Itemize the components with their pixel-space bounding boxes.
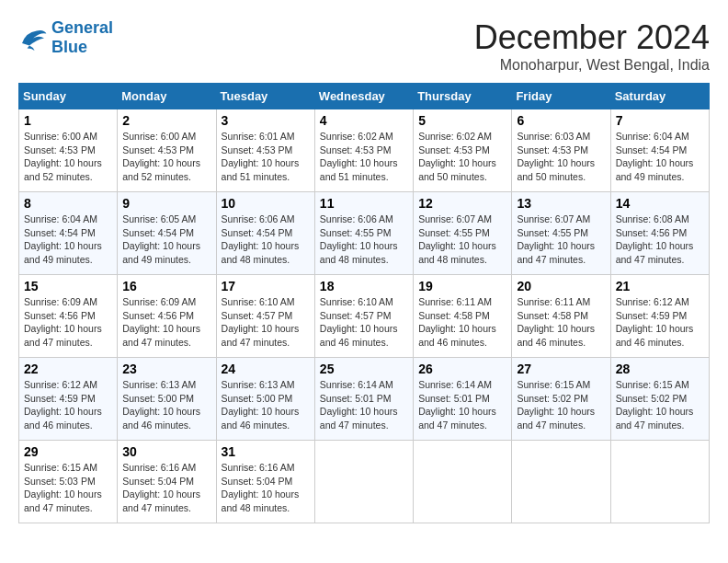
cell-sun-info: Sunrise: 6:13 AMSunset: 5:00 PMDaylight:… <box>222 378 310 432</box>
cell-sun-info: Sunrise: 6:14 AMSunset: 5:01 PMDaylight:… <box>320 378 408 432</box>
day-number: 9 <box>122 196 210 211</box>
col-friday: Friday <box>512 84 610 109</box>
day-number: 11 <box>320 196 408 211</box>
col-saturday: Saturday <box>610 84 709 109</box>
calendar-cell: 2Sunrise: 6:00 AMSunset: 4:53 PMDaylight… <box>118 109 216 192</box>
cell-sun-info: Sunrise: 6:15 AMSunset: 5:02 PMDaylight:… <box>616 378 704 432</box>
cell-sun-info: Sunrise: 6:02 AMSunset: 4:53 PMDaylight:… <box>418 130 506 184</box>
day-number: 21 <box>616 279 704 293</box>
cell-sun-info: Sunrise: 6:06 AMSunset: 4:54 PMDaylight:… <box>222 213 310 267</box>
cell-sun-info: Sunrise: 6:10 AMSunset: 4:57 PMDaylight:… <box>320 295 408 350</box>
calendar-week-row: 8Sunrise: 6:04 AMSunset: 4:54 PMDaylight… <box>19 192 710 275</box>
calendar-cell <box>414 441 512 523</box>
col-tuesday: Tuesday <box>216 84 314 109</box>
cell-sun-info: Sunrise: 6:04 AMSunset: 4:54 PMDaylight:… <box>24 213 112 267</box>
cell-sun-info: Sunrise: 6:11 AMSunset: 4:58 PMDaylight:… <box>517 295 605 350</box>
calendar-cell: 1Sunrise: 6:00 AMSunset: 4:53 PMDaylight… <box>19 109 118 192</box>
day-number: 13 <box>517 196 605 211</box>
calendar-week-row: 22Sunrise: 6:12 AMSunset: 4:59 PMDayligh… <box>19 358 710 441</box>
cell-sun-info: Sunrise: 6:02 AMSunset: 4:53 PMDaylight:… <box>320 130 408 184</box>
calendar-week-row: 1Sunrise: 6:00 AMSunset: 4:53 PMDaylight… <box>19 109 710 192</box>
day-number: 20 <box>517 279 605 293</box>
calendar-cell: 24Sunrise: 6:13 AMSunset: 5:00 PMDayligh… <box>216 358 314 441</box>
day-number: 5 <box>418 113 506 128</box>
cell-sun-info: Sunrise: 6:09 AMSunset: 4:56 PMDaylight:… <box>122 295 210 350</box>
day-number: 7 <box>616 113 704 128</box>
page-header: General Blue December 2024 Monoharpur, W… <box>18 18 710 74</box>
cell-sun-info: Sunrise: 6:07 AMSunset: 4:55 PMDaylight:… <box>517 213 605 267</box>
cell-sun-info: Sunrise: 6:06 AMSunset: 4:55 PMDaylight:… <box>320 213 408 267</box>
day-number: 3 <box>222 113 310 128</box>
day-number: 24 <box>222 362 310 376</box>
calendar-cell: 14Sunrise: 6:08 AMSunset: 4:56 PMDayligh… <box>610 192 709 275</box>
cell-sun-info: Sunrise: 6:07 AMSunset: 4:55 PMDaylight:… <box>418 213 506 267</box>
location: Monoharpur, West Bengal, India <box>474 57 710 74</box>
col-thursday: Thursday <box>414 84 512 109</box>
calendar-cell: 11Sunrise: 6:06 AMSunset: 4:55 PMDayligh… <box>314 192 413 275</box>
calendar-cell <box>512 441 610 523</box>
calendar-cell: 18Sunrise: 6:10 AMSunset: 4:57 PMDayligh… <box>314 275 413 358</box>
day-number: 28 <box>616 362 704 376</box>
calendar-cell: 23Sunrise: 6:13 AMSunset: 5:00 PMDayligh… <box>118 358 216 441</box>
calendar-cell: 20Sunrise: 6:11 AMSunset: 4:58 PMDayligh… <box>512 275 610 358</box>
calendar-cell: 22Sunrise: 6:12 AMSunset: 4:59 PMDayligh… <box>19 358 118 441</box>
calendar-cell: 31Sunrise: 6:16 AMSunset: 5:04 PMDayligh… <box>216 441 314 523</box>
title-block: December 2024 Monoharpur, West Bengal, I… <box>474 18 710 74</box>
day-number: 16 <box>122 279 210 293</box>
day-number: 19 <box>418 279 506 293</box>
cell-sun-info: Sunrise: 6:14 AMSunset: 5:01 PMDaylight:… <box>418 378 506 432</box>
cell-sun-info: Sunrise: 6:16 AMSunset: 5:04 PMDaylight:… <box>222 461 310 515</box>
day-number: 15 <box>24 279 112 293</box>
col-sunday: Sunday <box>19 84 118 109</box>
calendar-cell: 5Sunrise: 6:02 AMSunset: 4:53 PMDaylight… <box>414 109 512 192</box>
calendar-cell: 27Sunrise: 6:15 AMSunset: 5:02 PMDayligh… <box>512 358 610 441</box>
calendar-header-row: Sunday Monday Tuesday Wednesday Thursday… <box>19 84 710 109</box>
calendar-table: Sunday Monday Tuesday Wednesday Thursday… <box>18 83 710 523</box>
day-number: 23 <box>122 362 210 376</box>
calendar-cell: 28Sunrise: 6:15 AMSunset: 5:02 PMDayligh… <box>610 358 709 441</box>
calendar-cell: 9Sunrise: 6:05 AMSunset: 4:54 PMDaylight… <box>118 192 216 275</box>
calendar-cell: 4Sunrise: 6:02 AMSunset: 4:53 PMDaylight… <box>314 109 413 192</box>
day-number: 17 <box>222 279 310 293</box>
calendar-cell <box>610 441 709 523</box>
calendar-cell: 19Sunrise: 6:11 AMSunset: 4:58 PMDayligh… <box>414 275 512 358</box>
calendar-cell: 3Sunrise: 6:01 AMSunset: 4:53 PMDaylight… <box>216 109 314 192</box>
month-title: December 2024 <box>474 18 710 57</box>
cell-sun-info: Sunrise: 6:00 AMSunset: 4:53 PMDaylight:… <box>122 130 210 184</box>
day-number: 30 <box>122 444 210 459</box>
cell-sun-info: Sunrise: 6:12 AMSunset: 4:59 PMDaylight:… <box>616 295 704 350</box>
cell-sun-info: Sunrise: 6:01 AMSunset: 4:53 PMDaylight:… <box>222 130 310 184</box>
calendar-cell: 8Sunrise: 6:04 AMSunset: 4:54 PMDaylight… <box>19 192 118 275</box>
cell-sun-info: Sunrise: 6:05 AMSunset: 4:54 PMDaylight:… <box>122 213 210 267</box>
logo-icon <box>18 25 48 51</box>
calendar-cell: 6Sunrise: 6:03 AMSunset: 4:53 PMDaylight… <box>512 109 610 192</box>
calendar-cell: 12Sunrise: 6:07 AMSunset: 4:55 PMDayligh… <box>414 192 512 275</box>
logo-text: General Blue <box>51 18 113 57</box>
day-number: 10 <box>222 196 310 211</box>
calendar-cell: 13Sunrise: 6:07 AMSunset: 4:55 PMDayligh… <box>512 192 610 275</box>
cell-sun-info: Sunrise: 6:13 AMSunset: 5:00 PMDaylight:… <box>122 378 210 432</box>
logo: General Blue <box>18 18 113 57</box>
calendar-cell: 17Sunrise: 6:10 AMSunset: 4:57 PMDayligh… <box>216 275 314 358</box>
col-monday: Monday <box>118 84 216 109</box>
calendar-cell: 10Sunrise: 6:06 AMSunset: 4:54 PMDayligh… <box>216 192 314 275</box>
day-number: 2 <box>122 113 210 128</box>
cell-sun-info: Sunrise: 6:03 AMSunset: 4:53 PMDaylight:… <box>517 130 605 184</box>
cell-sun-info: Sunrise: 6:00 AMSunset: 4:53 PMDaylight:… <box>24 130 112 184</box>
calendar-cell: 26Sunrise: 6:14 AMSunset: 5:01 PMDayligh… <box>414 358 512 441</box>
day-number: 22 <box>24 362 112 376</box>
day-number: 14 <box>616 196 704 211</box>
cell-sun-info: Sunrise: 6:15 AMSunset: 5:03 PMDaylight:… <box>24 461 112 515</box>
day-number: 18 <box>320 279 408 293</box>
calendar-cell: 21Sunrise: 6:12 AMSunset: 4:59 PMDayligh… <box>610 275 709 358</box>
day-number: 25 <box>320 362 408 376</box>
day-number: 26 <box>418 362 506 376</box>
cell-sun-info: Sunrise: 6:16 AMSunset: 5:04 PMDaylight:… <box>122 461 210 515</box>
day-number: 4 <box>320 113 408 128</box>
day-number: 12 <box>418 196 506 211</box>
cell-sun-info: Sunrise: 6:04 AMSunset: 4:54 PMDaylight:… <box>616 130 704 184</box>
cell-sun-info: Sunrise: 6:09 AMSunset: 4:56 PMDaylight:… <box>24 295 112 350</box>
cell-sun-info: Sunrise: 6:15 AMSunset: 5:02 PMDaylight:… <box>517 378 605 432</box>
day-number: 31 <box>222 444 310 459</box>
calendar-cell: 29Sunrise: 6:15 AMSunset: 5:03 PMDayligh… <box>19 441 118 523</box>
